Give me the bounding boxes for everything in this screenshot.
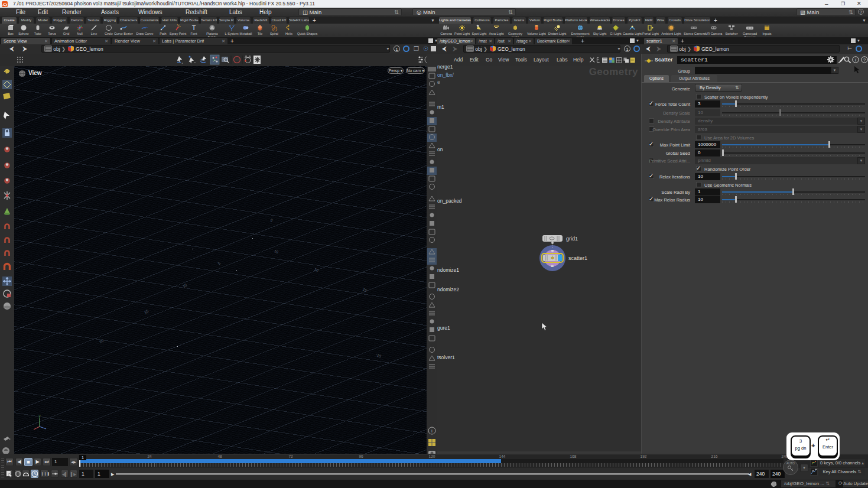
svg-text:y: y (39, 414, 41, 418)
svg-text:?: ? (863, 57, 866, 63)
svg-text:i: i (855, 57, 856, 63)
svg-text:T: T (192, 24, 196, 31)
svg-text:i: i (431, 428, 433, 434)
